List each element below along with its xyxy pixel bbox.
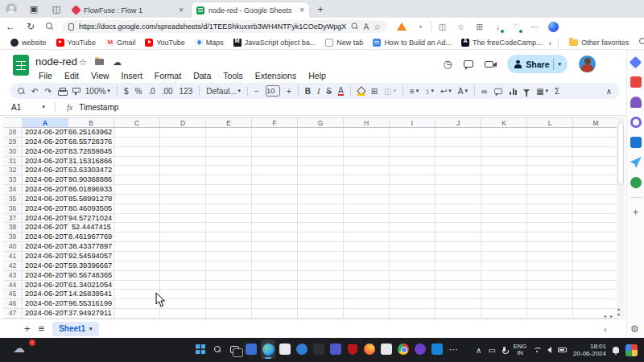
comments-icon[interactable] bbox=[464, 58, 473, 70]
cell-a32[interactable]: 2024-06-20T12:2 bbox=[23, 166, 68, 175]
row-header-45[interactable]: 45 bbox=[3, 290, 23, 298]
bookmark-youtube[interactable]: YouTube bbox=[141, 39, 188, 47]
github-desktop-icon[interactable] bbox=[413, 339, 427, 359]
extension-icon[interactable]: ◔ bbox=[414, 21, 426, 33]
vscode-icon[interactable] bbox=[430, 339, 444, 359]
redo-button[interactable]: ↷ bbox=[44, 87, 51, 96]
row-header-28[interactable]: 28 bbox=[3, 128, 23, 137]
decrease-font-size-button[interactable]: − bbox=[254, 87, 259, 96]
volume-icon[interactable] bbox=[547, 347, 551, 353]
more-formats-button[interactable]: 123 bbox=[180, 87, 193, 96]
tab-close-icon[interactable]: × bbox=[299, 6, 304, 14]
cell-b47[interactable]: 37.94927911 bbox=[68, 309, 114, 318]
sheet-tab-caret-icon[interactable]: ▾ bbox=[89, 326, 93, 332]
fill-color-button[interactable] bbox=[357, 88, 365, 95]
chrome-icon[interactable] bbox=[396, 339, 411, 359]
text-wrap-button[interactable]: ↩▾ bbox=[440, 87, 452, 96]
rewards-icon[interactable] bbox=[295, 339, 309, 359]
tab-close-icon[interactable]: × bbox=[179, 6, 184, 14]
cell-b42[interactable]: 59.39396667 bbox=[68, 261, 114, 270]
meet-app-icon[interactable] bbox=[312, 339, 326, 359]
row-header-34[interactable]: 34 bbox=[3, 185, 23, 194]
percent-format-button[interactable]: % bbox=[134, 87, 142, 96]
downloads-icon[interactable]: ↓ bbox=[492, 21, 504, 33]
cell-b40[interactable]: 38.43377897 bbox=[68, 242, 114, 251]
menu-tools[interactable]: Tools bbox=[218, 70, 248, 81]
cell-a38[interactable]: 2024-06-20T12:2 bbox=[23, 223, 68, 232]
empty-cells[interactable] bbox=[114, 166, 617, 175]
cell-a28[interactable]: 2024-06-20T12:2 bbox=[23, 128, 68, 137]
borders-button[interactable]: ⊞ bbox=[371, 87, 378, 96]
red-toolbox-icon[interactable] bbox=[630, 76, 642, 88]
empty-cells[interactable] bbox=[114, 214, 617, 223]
taskbar-weather-widget[interactable]: ☁ ! bbox=[13, 341, 37, 359]
column-header-i[interactable]: I bbox=[390, 117, 436, 128]
cell-b36[interactable]: 80.46093505 bbox=[68, 204, 114, 213]
column-header-g[interactable]: G bbox=[298, 117, 344, 128]
empty-cells[interactable] bbox=[114, 175, 617, 184]
row-header-38[interactable]: 38 bbox=[3, 223, 23, 232]
column-header-c[interactable]: C bbox=[114, 117, 160, 128]
print-button[interactable] bbox=[58, 88, 66, 95]
row-header-42[interactable]: 42 bbox=[3, 261, 23, 270]
row-header-33[interactable]: 33 bbox=[3, 175, 23, 184]
row-header-44[interactable]: 44 bbox=[3, 281, 23, 290]
row-header-31[interactable]: 31 bbox=[3, 157, 23, 166]
decrease-decimals-button[interactable]: .0 bbox=[148, 87, 155, 96]
bookmark-new-tab[interactable]: New tab bbox=[321, 39, 367, 47]
bookmark-gmail[interactable]: Gmail bbox=[101, 39, 140, 47]
add-sheet-button[interactable]: + bbox=[24, 323, 31, 335]
empty-cells[interactable] bbox=[114, 281, 617, 290]
blue-stack-icon[interactable] bbox=[630, 56, 642, 68]
insert-link-button[interactable]: ∞ bbox=[481, 87, 487, 96]
cell-b31[interactable]: 31.15316866 bbox=[68, 157, 114, 166]
bookmark-maps[interactable]: Maps bbox=[191, 39, 228, 47]
row-header-43[interactable]: 43 bbox=[3, 271, 23, 280]
bookmark-youtube[interactable]: YouTube bbox=[52, 39, 100, 47]
browser-essentials-icon[interactable]: ♡ bbox=[510, 21, 522, 33]
column-header-l[interactable]: L bbox=[527, 117, 573, 128]
share-button[interactable]: Share ▾ bbox=[507, 55, 568, 73]
google-sheets-logo[interactable] bbox=[13, 55, 29, 76]
cell-a46[interactable]: 2024-06-20T12:2 bbox=[23, 299, 68, 308]
row-header-40[interactable]: 40 bbox=[3, 242, 23, 251]
cell-b39[interactable]: 8.461967769 bbox=[68, 232, 114, 241]
url-text[interactable]: https://docs.google.com/spreadsheets/d/1… bbox=[79, 23, 346, 31]
table-views-button[interactable]: ▦▾ bbox=[536, 87, 548, 96]
green-tree-icon[interactable] bbox=[630, 177, 642, 188]
cell-b28[interactable]: 66.25163962 bbox=[68, 128, 114, 137]
cell-b38[interactable]: 52.4447415 bbox=[68, 223, 114, 232]
paint-format-button[interactable] bbox=[72, 88, 79, 95]
strikethrough-button[interactable]: S bbox=[326, 87, 332, 96]
name-box-caret-icon[interactable]: ▾ bbox=[42, 104, 45, 110]
italic-button[interactable]: I bbox=[317, 87, 320, 96]
tab-flowfuse[interactable]: FlowFuse : Flow 1 × bbox=[68, 2, 188, 18]
search-icon[interactable] bbox=[46, 22, 53, 31]
menu-view[interactable]: View bbox=[86, 70, 114, 81]
wifi-icon[interactable] bbox=[533, 348, 541, 353]
cell-b32[interactable]: 63.63303472 bbox=[68, 166, 114, 175]
cell-b46[interactable]: 96.55316199 bbox=[68, 299, 114, 308]
menu-file[interactable]: File bbox=[34, 70, 57, 81]
vertical-scrollbar-thumb[interactable] bbox=[617, 122, 624, 185]
task-view-icon[interactable] bbox=[227, 339, 242, 359]
slack-icon[interactable] bbox=[379, 339, 394, 359]
all-sheets-menu-icon[interactable]: ≡ bbox=[39, 323, 45, 335]
taskbar-more-icon[interactable]: ⋯ bbox=[447, 339, 461, 359]
row-header-32[interactable]: 32 bbox=[3, 166, 23, 175]
row-header-29[interactable]: 29 bbox=[3, 138, 23, 146]
menu-data[interactable]: Data bbox=[188, 70, 216, 81]
select-all-corner[interactable] bbox=[3, 117, 23, 128]
cell-a40[interactable]: 2024-06-20T12:2 bbox=[23, 242, 68, 251]
search-icon[interactable] bbox=[210, 339, 225, 359]
column-header-f[interactable]: F bbox=[252, 117, 298, 128]
insert-chart-button[interactable] bbox=[510, 88, 517, 95]
share-caret-icon[interactable]: ▾ bbox=[558, 61, 561, 68]
notifications-bell-icon[interactable] bbox=[613, 347, 619, 353]
corner-app-icon[interactable] bbox=[625, 344, 638, 356]
increase-font-size-button[interactable]: + bbox=[287, 87, 291, 96]
empty-cells[interactable] bbox=[114, 309, 617, 318]
cell-a31[interactable]: 2024-06-20T12:2 bbox=[23, 157, 68, 166]
toolbar-search-icon[interactable] bbox=[18, 88, 25, 95]
empty-cells[interactable] bbox=[114, 252, 617, 261]
